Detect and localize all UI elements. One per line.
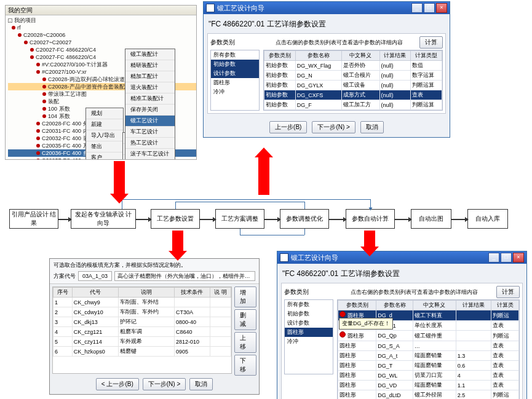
close-button[interactable]: ×	[513, 253, 524, 263]
menu-item[interactable]: 保存并关闭	[125, 105, 175, 116]
category-item[interactable]: 冷冲	[285, 337, 333, 346]
minimize-button[interactable]: _	[488, 253, 499, 263]
category-item[interactable]: 冷冲	[211, 87, 259, 97]
code-label: 方案代号	[54, 272, 76, 280]
skip-line	[122, 199, 370, 200]
wizard-window-top: 锻工艺设计向导 _ □ × "FC 4866220".01 工艺详细参数设置 参…	[203, 1, 450, 138]
next-button[interactable]: 下一步(N) >	[143, 378, 186, 390]
cancel-button[interactable]: 取消	[189, 378, 213, 390]
category-item[interactable]: 初始参数	[211, 60, 259, 69]
flow-step-8: 自动入库	[467, 209, 508, 229]
prev-button[interactable]: 上一步(B)	[269, 121, 307, 133]
param-grid[interactable]: 参数类别参数名称中文释义计算结果计算类 圆柱形DG_d锻工下料直判断运圆柱形DG…	[337, 299, 520, 399]
table-row[interactable]: 初始参数DG_N锻工合模片(null)数字运算	[264, 71, 442, 81]
table-row[interactable]: 圆柱形DG_A_t端面磨销量1.3查表	[338, 351, 519, 361]
table-row[interactable]: 初始参数DG_GYLX锻工设备(null)判断运算	[264, 81, 442, 90]
del-button[interactable]: 删减	[234, 309, 256, 330]
table-row[interactable]: 3CK_dkj13护环记0800-40	[54, 317, 231, 327]
category-list[interactable]: 所有参数初始参数设计参数圆柱形冷冲	[210, 50, 260, 111]
menu-item[interactable]: 滚子车工艺设计	[125, 149, 175, 160]
menu-item[interactable]: 精研装配计	[125, 60, 175, 71]
tree-node[interactable]: rf	[8, 24, 196, 31]
context-menu-3[interactable]: 锻工装配计精研装配计精加工配计退火装配计精准工装配计保存并关闭锻工艺设计车工艺设…	[125, 49, 175, 160]
table-row[interactable]: 初始参数DG_CXFS成形方式(null)查表	[264, 90, 442, 100]
scheme-list[interactable]: 序号代号说明技术条件说 明1CK_chwy9车削面、车外结2CK_cdwy10车…	[52, 286, 232, 374]
menu-item[interactable]: 导入/导出	[86, 130, 123, 141]
category-item[interactable]: 所有参数	[211, 50, 259, 60]
table-row[interactable]: 圆柱形DG_WL切菜刀口宽4查表	[338, 371, 519, 381]
param-grid[interactable]: 参数类别参数名称中文释义计算结果计算类型初始参数DG_WX_Flag是否外协(n…	[263, 50, 443, 111]
calc-button[interactable]: 计算	[419, 36, 443, 49]
minimize-button[interactable]: _	[411, 3, 423, 13]
table-row[interactable]: 6CK_hzkops0精磨键0905	[54, 347, 231, 357]
table-row[interactable]: 圆柱形DG_dLtD锻工外径留2.5判断运	[338, 390, 519, 400]
process-flow: 引用产品设计 结果 发起各专业轴承设 计向导 工艺参数设置 工艺方案调整 参数调…	[0, 196, 532, 239]
table-row[interactable]: 圆柱形DG_Qp锻工锻件重判断运	[338, 331, 519, 341]
desc-value: 高心滚子精磨附件（外六角油嘴，油口），精细件并且是外球面上 …	[114, 271, 255, 281]
table-row[interactable]: 初始参数DG_F锻工加工方(null)判断运算	[264, 100, 442, 110]
menu-item[interactable]: 新建	[86, 119, 123, 130]
menu-item[interactable]: 锻工装配计	[125, 49, 175, 60]
tree-node[interactable]: C20027~C20027	[8, 39, 196, 46]
table-row[interactable]: 2CK_cdwy10车削面、车外约CT30A	[54, 307, 231, 317]
tree-node[interactable]: C20028~C20006	[8, 31, 196, 39]
code-value[interactable]: 03A_1_03	[78, 271, 112, 281]
table-row[interactable]: 圆柱形DG_S_A…查表	[338, 341, 519, 351]
wizard-window-bottom: 锻工艺设计向导 _ □ × "FC 4866220".01 工艺详细参数设置 参…	[277, 251, 527, 399]
next-button[interactable]: 下一步(N) >	[312, 121, 355, 133]
skip-arrow-icon	[369, 208, 373, 211]
category-item[interactable]: 设计参数	[211, 69, 259, 78]
tree-header: 我的空间	[6, 6, 196, 15]
left-head: 参数类别	[284, 288, 332, 296]
feedback-line	[304, 229, 305, 235]
calc-button[interactable]: 计算	[496, 286, 520, 298]
table-row[interactable]: 初始参数DG_WX_Flag是否外协(null)数值	[264, 61, 442, 71]
category-item[interactable]: 圆柱形	[211, 78, 259, 87]
maximize-button[interactable]: □	[424, 3, 435, 13]
table-row[interactable]: 5CK_czy114车外观希2812-010	[54, 337, 231, 347]
flow-arrow-icon	[451, 219, 467, 220]
table-row[interactable]: 圆柱形DG_T端面磨销量0.6查表	[338, 361, 519, 371]
menu-item[interactable]: 退火装配计	[125, 82, 175, 93]
app-icon	[206, 4, 215, 12]
left-head: 参数类别	[210, 38, 258, 47]
up-button[interactable]: 上移	[234, 332, 256, 353]
flow-step-3: 工艺参数设置	[151, 209, 200, 229]
error-icon	[339, 311, 346, 317]
flow-step-1: 引用产品设计 结果	[9, 209, 58, 229]
menu-item[interactable]: 签出	[86, 141, 123, 152]
maximize-button[interactable]: □	[501, 253, 512, 263]
flow-arrow-icon	[329, 219, 346, 220]
window-titlebar: 锻工艺设计向导 _ □ ×	[204, 2, 450, 14]
menu-item[interactable]: 精加工配计	[125, 71, 175, 82]
app-icon	[280, 253, 288, 262]
window-title: 锻工艺设计向导	[291, 253, 338, 263]
close-button[interactable]: ×	[436, 3, 447, 13]
menu-item[interactable]: 规划	[86, 108, 123, 119]
prev-button[interactable]: < 上一步(B)	[96, 378, 139, 390]
table-row[interactable]: 圆柱形DG_VD端面磨销量1.1查表	[338, 381, 519, 390]
scheme-hint: 可选取合适的模板填充方案，并根据实际情况定制的。	[54, 261, 255, 269]
down-button[interactable]: 下移	[234, 355, 256, 376]
red-arrow-icon	[364, 231, 375, 248]
category-item[interactable]: 设计参数	[285, 318, 333, 328]
cancel-button[interactable]: 取消	[360, 121, 384, 133]
table-row[interactable]: 1CK_chwy9车削面、车外结	[54, 298, 231, 307]
menu-item[interactable]: 精准工装配计	[125, 93, 175, 105]
window-titlebar: 锻工艺设计向导 _ □ ×	[277, 251, 526, 264]
category-list[interactable]: 所有参数初始参数设计参数圆柱形冷冲	[284, 299, 333, 374]
menu-item[interactable]: 锻工艺设计	[125, 116, 175, 127]
context-menu-1[interactable]: 规划新建导入/导出签出客户安防则工艺设计	[85, 108, 124, 160]
feedback-line	[175, 202, 304, 202]
table-row[interactable]: 4CK_czg121粗磨车调C8640	[54, 327, 231, 337]
category-item[interactable]: 所有参数	[285, 300, 333, 309]
scheme-dialog: 可选取合适的模板填充方案，并根据实际情况定制的。 方案代号 03A_1_03 高…	[49, 258, 260, 395]
add-button[interactable]: 增加	[234, 286, 256, 307]
flow-step-2: 发起各专业轴承设 计向导	[71, 209, 136, 229]
category-item[interactable]: 圆柱形	[285, 328, 333, 337]
menu-item[interactable]: 客户	[86, 152, 123, 160]
flow-arrow-icon	[58, 219, 71, 220]
category-item[interactable]: 初始参数	[285, 309, 333, 318]
menu-item[interactable]: 热工艺设计	[125, 138, 175, 149]
menu-item[interactable]: 车工艺设计	[125, 127, 175, 138]
